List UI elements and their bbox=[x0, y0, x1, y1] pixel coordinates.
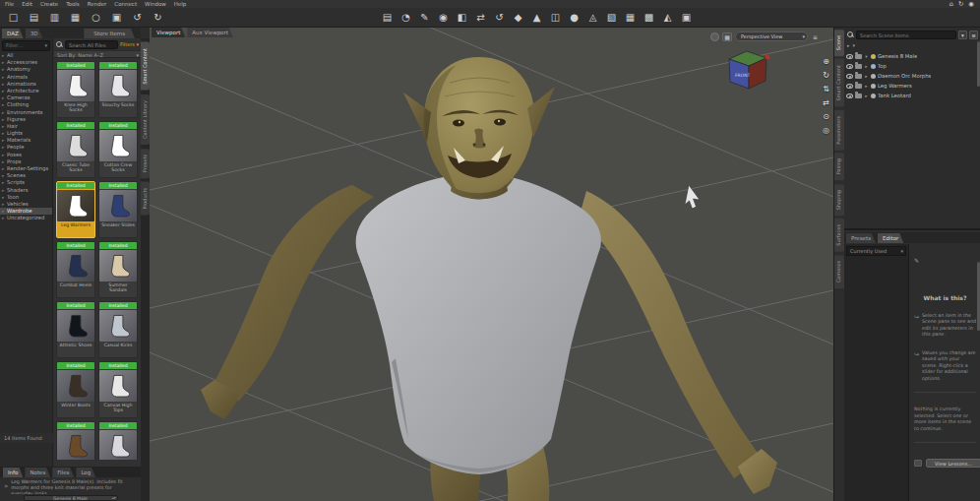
node-selection-icon[interactable]: ◧ bbox=[455, 10, 469, 25]
pane-vertical-tab[interactable]: Presets bbox=[141, 149, 150, 178]
compatible-figure-select[interactable]: Genesis 8 Male bbox=[24, 495, 118, 501]
chevron-right-icon[interactable]: » bbox=[4, 479, 8, 494]
camera-select[interactable]: Perspective View bbox=[735, 31, 808, 41]
pane-vertical-tab[interactable]: Posing bbox=[834, 153, 844, 180]
parameters-tab[interactable]: Presets bbox=[846, 233, 876, 243]
viewport-tab[interactable]: Aux Viewport bbox=[187, 28, 233, 37]
menu-item[interactable]: Edit bbox=[22, 1, 32, 7]
category-item[interactable]: Uncategorized bbox=[0, 215, 52, 221]
viewport-menu-icon[interactable]: ≡ bbox=[811, 32, 820, 41]
aux-viewport-icon[interactable]: ▦ bbox=[623, 10, 638, 25]
content-tab[interactable]: DAZ bbox=[2, 29, 24, 38]
menu-item[interactable]: Render bbox=[88, 1, 107, 7]
category-item[interactable]: Hair bbox=[0, 123, 52, 130]
translate-tool-icon[interactable]: ⇄ bbox=[473, 10, 488, 25]
category-item[interactable]: Lights bbox=[0, 130, 52, 137]
pane-vertical-tab[interactable]: Products bbox=[141, 182, 150, 216]
expand-arrow-icon[interactable]: ▾ bbox=[864, 54, 869, 59]
open-file-icon[interactable]: ▤ bbox=[26, 10, 42, 25]
spot-render-icon[interactable]: ● bbox=[567, 10, 582, 25]
info-pane-tab[interactable]: Notes bbox=[25, 468, 50, 477]
category-item[interactable]: All bbox=[0, 52, 52, 59]
product-search-input[interactable]: Search All Files bbox=[65, 40, 118, 49]
visibility-eye-icon[interactable] bbox=[846, 54, 853, 59]
store-items-tab[interactable]: Store Items bbox=[84, 29, 135, 38]
dolly-icon[interactable]: ⊙ bbox=[823, 112, 829, 121]
visibility-eye-icon[interactable] bbox=[846, 84, 853, 89]
camera-cycle-icon[interactable] bbox=[710, 32, 719, 41]
aim-icon[interactable]: ◎ bbox=[823, 126, 829, 135]
pane-vertical-tab[interactable]: Shaping bbox=[834, 184, 844, 216]
expand-arrow-icon[interactable]: ▸ bbox=[864, 64, 869, 69]
category-item[interactable]: Architecture bbox=[0, 88, 52, 94]
measure-tool-icon[interactable]: ◭ bbox=[660, 10, 675, 25]
menu-item[interactable]: Help bbox=[174, 1, 187, 7]
collapse-all-icon[interactable]: ▾ bbox=[853, 42, 856, 48]
content-tab[interactable]: 3D bbox=[26, 29, 43, 38]
category-item[interactable]: Poses bbox=[0, 152, 52, 158]
filters-button[interactable]: Filters ▾ bbox=[120, 41, 139, 47]
pane-vertical-tab[interactable]: Surfaces bbox=[834, 219, 844, 252]
product-thumbnail-cell[interactable]: Installed Knee High Socks bbox=[56, 61, 95, 118]
scene-menu-icon[interactable]: ≡ bbox=[969, 31, 978, 39]
undo-icon[interactable]: ↺ bbox=[129, 10, 146, 25]
viewport-options-icon[interactable]: ▦ bbox=[722, 32, 732, 41]
category-item[interactable]: Props bbox=[0, 158, 52, 165]
category-item[interactable]: Animations bbox=[0, 81, 52, 88]
product-thumbnail-cell[interactable]: Installed Casual Kicks bbox=[98, 301, 138, 358]
info-pane-tab[interactable]: Log bbox=[76, 468, 95, 477]
texture-shaded-icon[interactable]: ▩ bbox=[642, 10, 656, 25]
category-item[interactable]: Shaders bbox=[0, 187, 52, 194]
home-icon[interactable]: ⌂ bbox=[949, 0, 953, 8]
category-item[interactable]: Render-Settings bbox=[0, 165, 52, 172]
uv-view-icon[interactable]: ▧ bbox=[604, 10, 619, 25]
info-pane-tab[interactable]: Info bbox=[3, 468, 23, 477]
product-thumbnail-cell[interactable]: Installed Cotton Crew Socks bbox=[98, 121, 138, 178]
category-item[interactable]: Scenes bbox=[0, 172, 52, 179]
layout-icon[interactable]: ▣ bbox=[679, 10, 694, 25]
3d-viewport[interactable]: ViewportAux Viewport bbox=[150, 28, 833, 501]
category-item[interactable]: Animals bbox=[0, 74, 52, 81]
menu-item[interactable]: Create bbox=[40, 1, 58, 7]
sort-by-bar[interactable]: Sort By: Name A–Z bbox=[54, 50, 141, 58]
expand-arrow-icon[interactable]: ▸ bbox=[864, 94, 869, 98]
category-item[interactable]: Environments bbox=[0, 109, 52, 116]
expand-arrow-icon[interactable]: ▸ bbox=[864, 74, 869, 79]
scene-node-row[interactable]: ▸ Leg Warmers bbox=[846, 81, 979, 91]
product-thumbnail-cell[interactable]: Installed Athletic Shoes bbox=[56, 301, 95, 358]
scene-node-row[interactable]: ▸ Daemon Orc Morphs bbox=[846, 71, 979, 81]
product-thumbnail-cell[interactable]: Installed Dance Shoes bbox=[98, 421, 138, 460]
product-thumbnail-cell[interactable]: Installed Classic Tube Socks bbox=[56, 121, 95, 178]
pane-vertical-tab[interactable]: Scene bbox=[834, 30, 844, 56]
rotate-tool-icon[interactable]: ↺ bbox=[492, 10, 507, 25]
category-item[interactable]: Materials bbox=[0, 137, 52, 144]
timeline-icon[interactable]: ◔ bbox=[398, 10, 413, 25]
pane-vertical-tab[interactable]: Parameters bbox=[834, 110, 844, 151]
scene-node-row[interactable]: ▸ Top bbox=[846, 61, 979, 71]
pane-vertical-tab[interactable]: Cameras bbox=[834, 255, 844, 288]
visibility-eye-icon[interactable] bbox=[846, 64, 853, 69]
frame-icon[interactable]: ⊕ bbox=[823, 57, 829, 66]
category-item[interactable]: Figures bbox=[0, 116, 52, 123]
category-item[interactable]: Anatomy bbox=[0, 66, 52, 73]
orbit-icon[interactable]: ↻ bbox=[823, 71, 829, 80]
pane-vertical-tab[interactable]: Smart Content bbox=[834, 59, 844, 107]
scale-tool-icon[interactable]: ◆ bbox=[511, 10, 525, 25]
product-thumbnail-cell[interactable]: Installed Leg Warmers bbox=[56, 181, 95, 238]
redo-icon[interactable]: ↻ bbox=[150, 10, 166, 25]
category-item[interactable]: Accessories bbox=[0, 59, 52, 66]
pane-vertical-tab[interactable]: Content Library bbox=[141, 94, 150, 145]
refresh-icon[interactable]: ↻ bbox=[958, 0, 963, 8]
product-thumbnail-cell[interactable]: Installed Summer Sandals bbox=[98, 241, 138, 298]
surface-selection-icon[interactable]: ◫ bbox=[548, 10, 563, 25]
menu-item[interactable]: File bbox=[5, 1, 14, 7]
edit-tool-icon[interactable]: ✎ bbox=[417, 10, 432, 25]
pan-horizontal-icon[interactable]: ⇄ bbox=[823, 98, 829, 107]
expand-arrow-icon[interactable]: ▸ bbox=[864, 84, 869, 89]
merge-file-icon[interactable]: ▥ bbox=[46, 10, 63, 25]
category-item[interactable]: People bbox=[0, 144, 52, 151]
scene-search-input[interactable]: Search Scene Items bbox=[856, 31, 956, 39]
geometry-editor-icon[interactable]: ◬ bbox=[585, 10, 600, 25]
viewport-tab[interactable]: Viewport bbox=[152, 28, 185, 37]
info-pane-tab[interactable]: Files bbox=[52, 468, 74, 477]
